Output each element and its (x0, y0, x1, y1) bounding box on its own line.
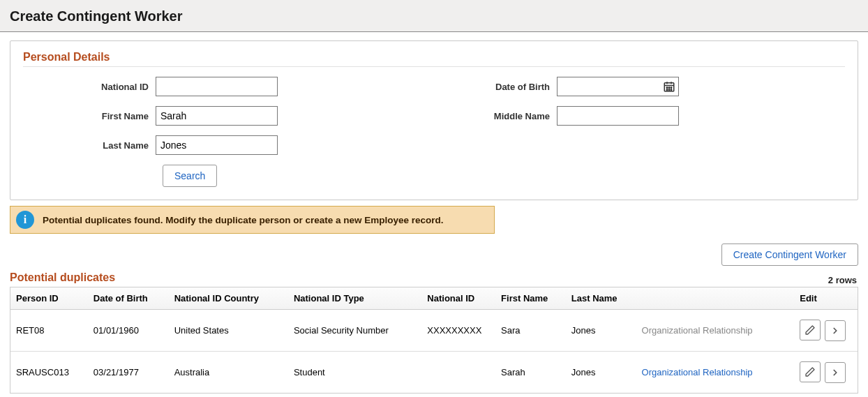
row-count-label: 2 rows (828, 275, 858, 285)
col-nidc: National ID Country (169, 287, 288, 310)
duplicates-table: Person ID Date of Birth National ID Coun… (10, 287, 858, 393)
page-title: Create Contingent Worker (10, 8, 858, 24)
cell-person-id: RET08 (10, 310, 88, 352)
personal-details-title: Personal Details (23, 51, 845, 67)
edit-button[interactable] (800, 361, 821, 382)
cell-nidt: Social Security Number (288, 310, 421, 352)
chevron-right-icon (830, 326, 840, 336)
col-rel (636, 287, 795, 310)
middle-name-input[interactable] (557, 106, 679, 126)
col-person-id: Person ID (10, 287, 88, 310)
col-edit: Edit (794, 287, 858, 310)
org-relationship-link[interactable]: Organizational Relationship (642, 367, 753, 377)
last-name-input[interactable] (156, 135, 278, 155)
cell-nidt: Student (288, 352, 421, 394)
col-fn: First Name (495, 287, 566, 310)
cell-ln: Jones (566, 352, 636, 394)
cell-org-relationship: Organizational Relationship (636, 352, 795, 394)
personal-details-card: Personal Details National ID First Name … (10, 40, 858, 200)
potential-duplicates-title: Potential duplicates (10, 271, 115, 285)
dob-input[interactable] (557, 77, 679, 96)
chevron-right-icon (830, 368, 840, 377)
svg-point-9 (671, 89, 672, 91)
svg-point-5 (668, 87, 670, 89)
cell-nid: XXXXXXXXX (421, 310, 495, 352)
cell-dob: 03/21/1977 (88, 352, 169, 394)
svg-point-4 (666, 87, 668, 89)
svg-point-7 (666, 89, 668, 91)
cell-person-id: SRAUSC013 (10, 352, 88, 394)
national-id-label: National ID (23, 82, 156, 92)
cell-edit (794, 310, 858, 352)
cell-nid (421, 352, 495, 394)
last-name-label: Last Name (23, 140, 156, 151)
info-alert: i Potential duplicates found. Modify the… (10, 206, 495, 234)
cell-fn: Sarah (495, 352, 566, 394)
edit-button[interactable] (800, 320, 821, 340)
table-row: RET0801/01/1960United StatesSocial Secur… (10, 310, 858, 352)
cell-dob: 01/01/1960 (88, 310, 169, 352)
pencil-icon (805, 366, 816, 377)
col-nid: National ID (421, 287, 495, 310)
first-name-label: First Name (23, 111, 156, 121)
search-button[interactable]: Search (163, 165, 217, 187)
org-relationship-link: Organizational Relationship (642, 325, 753, 336)
dob-label: Date of Birth (361, 82, 557, 92)
details-button[interactable] (825, 362, 846, 383)
col-ln: Last Name (566, 287, 636, 310)
page-header: Create Contingent Worker (0, 0, 868, 32)
pencil-icon (805, 324, 816, 336)
svg-point-8 (668, 89, 670, 91)
col-nidt: National ID Type (288, 287, 421, 310)
duplicates-table-wrap: Person ID Date of Birth National ID Coun… (10, 287, 858, 394)
details-button[interactable] (825, 320, 846, 341)
create-contingent-worker-button[interactable]: Create Contingent Worker (721, 244, 858, 266)
table-row: SRAUSC01303/21/1977AustraliaStudentSarah… (10, 352, 858, 394)
cell-edit (794, 352, 858, 394)
svg-point-6 (671, 87, 672, 89)
first-name-input[interactable] (156, 106, 278, 126)
cell-nidc: Australia (169, 352, 288, 394)
cell-ln: Jones (566, 310, 636, 352)
national-id-input[interactable] (156, 77, 278, 96)
col-dob: Date of Birth (88, 287, 169, 310)
calendar-icon[interactable] (662, 80, 676, 93)
middle-name-label: Middle Name (361, 111, 557, 121)
cell-org-relationship: Organizational Relationship (636, 310, 795, 352)
alert-text: Potential duplicates found. Modify the d… (43, 215, 444, 225)
info-icon: i (16, 211, 34, 229)
cell-fn: Sara (495, 310, 566, 352)
cell-nidc: United States (169, 310, 288, 352)
